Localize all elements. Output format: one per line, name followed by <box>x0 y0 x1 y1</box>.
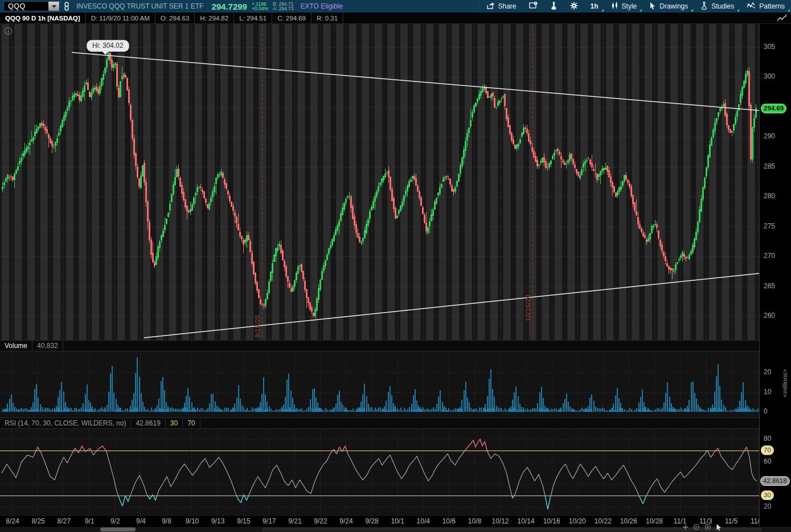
volume-axis-unit: <millions> <box>781 369 788 398</box>
zoom-in-icon[interactable] <box>704 523 711 530</box>
last-price-badge: 294.69 <box>761 104 786 113</box>
chart-title: QQQ 90 D 1h [NASDAQ] <box>0 13 86 23</box>
gear-icon <box>570 2 578 11</box>
notes-icon: ! <box>529 2 538 11</box>
thinkorswim-chart-window: QQQ INVESCO QQQ TRUST UNIT SER 1 ETF 294… <box>0 0 791 532</box>
time-axis-label: 9/4 <box>136 517 146 525</box>
volume-chart-canvas[interactable] <box>0 351 759 418</box>
volume-header: Volume 40,832 <box>0 340 759 351</box>
rsi-chart-canvas[interactable] <box>0 429 759 516</box>
top-toolbar: QQQ INVESCO QQQ TRUST UNIT SER 1 ETF 294… <box>0 0 791 13</box>
time-axis-label: 9/13 <box>211 517 224 525</box>
price-axis-label: 290 <box>764 132 775 140</box>
time-axis-label: 9/10 <box>186 517 199 525</box>
time-axis-label: 8/25 <box>31 517 44 525</box>
flask-icon <box>550 2 558 11</box>
volume-axis-label: 10 <box>764 388 771 396</box>
time-axis-label: 10/1 <box>391 517 404 525</box>
price-axis[interactable]: 305300290285280275270265260294.69 <box>759 24 791 340</box>
company-name: INVESCO QQQ TRUST UNIT SER 1 ETF <box>76 2 203 10</box>
zoom-controls <box>682 523 722 531</box>
price-axis-label: 265 <box>764 282 775 290</box>
rsi-value-badge: 42.8618 <box>760 476 790 486</box>
price-change: +.1199+0.04% <box>252 2 268 11</box>
zoom-out-icon[interactable] <box>693 523 700 530</box>
ohlc-field: D: 11/9/20 11:00 AM <box>86 13 155 23</box>
rsi-oversold-param: 30 <box>166 418 183 428</box>
svg-text:!: ! <box>535 2 536 5</box>
price-axis-label: 275 <box>764 222 775 230</box>
price-axis-label: 305 <box>764 43 775 51</box>
rsi-axis-label: 60 <box>764 457 771 465</box>
rsi-axis-label: 80 <box>764 435 771 443</box>
bid-ask: B: 294.71A: 294.73 <box>273 2 293 11</box>
rsi-label[interactable]: RSI (14, 70, 30, CLOSE, WILDERS, no) <box>0 418 131 428</box>
rsi-oversold-badge: 30 <box>761 490 774 500</box>
chart-settings-button[interactable] <box>564 0 584 13</box>
time-axis-label: 9/22 <box>314 517 327 525</box>
price-axis-label: 270 <box>764 252 775 260</box>
symbol-value[interactable]: QQQ <box>4 2 48 10</box>
pointer-icon[interactable] <box>716 523 722 531</box>
ohlc-field: O: 294.63 <box>155 13 195 23</box>
price-chart-canvas[interactable] <box>0 24 759 340</box>
quick-chart-icon[interactable] <box>777 13 791 23</box>
rsi-header: RSI (14, 70, 30, CLOSE, WILDERS, no) 42.… <box>0 418 759 429</box>
patterns-icon <box>747 2 756 11</box>
time-axis-label: 10/14 <box>518 517 535 525</box>
time-axis-label: 10/26 <box>620 517 637 525</box>
symbol-input[interactable]: QQQ <box>3 1 60 11</box>
ohlc-field: R: 0.31 <box>312 13 343 23</box>
volume-axis-label: 0 <box>764 407 768 415</box>
axis-corner <box>759 516 791 527</box>
patterns-button[interactable]: Patterns <box>740 0 791 13</box>
volume-label[interactable]: Volume <box>0 341 32 351</box>
rsi-axis[interactable]: 80604020703042.8618 <box>759 429 791 516</box>
event-date-label: 10/16/20 <box>524 259 531 321</box>
time-axis-label: 10/6 <box>442 517 456 525</box>
time-axis-label: 9/8 <box>162 517 171 525</box>
chart-info-icon[interactable]: i <box>5 27 12 35</box>
symbol-dropdown-button[interactable] <box>48 2 59 11</box>
event-date-label: 9/18/20 <box>254 283 261 338</box>
link-charts-icon[interactable] <box>60 0 73 13</box>
time-axis-label: 9/28 <box>365 517 378 525</box>
share-icon <box>486 2 495 11</box>
timeframe-button[interactable]: 1h <box>584 0 605 13</box>
ohlc-field: H: 294.82 <box>195 13 234 23</box>
studies-flask-icon <box>700 2 708 11</box>
rsi-value: 42.8619 <box>131 418 165 428</box>
exto-eligible-label: EXTO Eligible <box>300 2 342 10</box>
candlestick-style-icon <box>611 2 618 11</box>
time-axis-label: 10/16 <box>543 517 560 525</box>
price-axis-label: 300 <box>764 72 775 80</box>
time-axis-label: 9/17 <box>263 517 276 525</box>
price-axis-label: 285 <box>764 162 775 170</box>
plus-icon[interactable] <box>682 524 688 530</box>
chart-header: QQQ 90 D 1h [NASDAQ] D: 11/9/20 11:00 AM… <box>0 13 791 24</box>
share-button[interactable]: Share <box>480 0 523 13</box>
ohlc-field: C: 294.69 <box>272 13 312 23</box>
style-button[interactable]: Style <box>605 0 644 13</box>
time-axis-label: 10/20 <box>569 517 586 525</box>
alerts-note-button[interactable]: ! <box>523 0 544 13</box>
scrollbar-thumb[interactable] <box>100 527 136 531</box>
rsi-overbought-param: 70 <box>183 418 200 428</box>
time-axis-label: 9/2 <box>110 517 120 525</box>
analyze-button[interactable] <box>544 0 564 13</box>
time-axis-label: 9/1 <box>85 517 95 525</box>
time-axis-label: 10/12 <box>492 517 509 525</box>
volume-axis-label: 20 <box>764 368 771 376</box>
time-axis-label: 9/21 <box>288 517 301 525</box>
time-axis-label: 8/24 <box>6 517 19 525</box>
chart-scrollbar[interactable] <box>0 527 791 532</box>
time-axis-label: 10/28 <box>646 517 663 525</box>
time-axis[interactable]: 8/248/258/279/19/29/49/89/109/139/159/17… <box>0 516 759 527</box>
rsi-overbought-badge: 70 <box>761 445 774 455</box>
last-price: 294.7299 <box>211 2 247 11</box>
studies-button[interactable]: Studies <box>694 0 740 13</box>
ohlc-readout: D: 11/9/20 11:00 AMO: 294.63H: 294.82L: … <box>86 13 343 23</box>
price-axis-label: 260 <box>764 312 775 320</box>
time-axis-label: 11/5 <box>725 517 737 525</box>
drawings-button[interactable]: Drawings <box>643 0 694 13</box>
